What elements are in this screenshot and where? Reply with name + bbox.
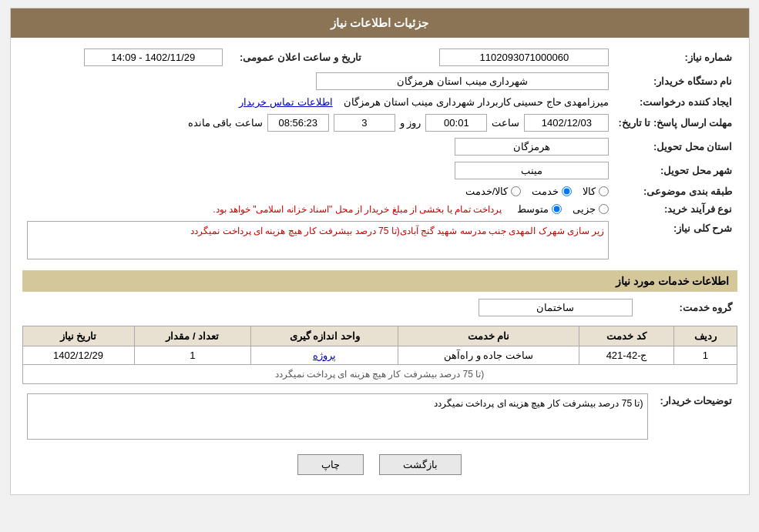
col-tedad: تعداد / مقدار	[134, 326, 251, 346]
mohlat-remaining-label: ساعت باقی مانده	[188, 117, 263, 129]
shahr-label: شهر محل تحویل:	[613, 159, 737, 182]
tabaqe-radio-kala-khadamat[interactable]	[511, 186, 521, 196]
tafsilat-cell: (تا 75 درصد بیشرفت کار هیچ هزینه ای پردا…	[22, 365, 737, 384]
page-header: جزئیات اطلاعات نیاز	[11, 8, 749, 38]
table-row: 1 ج-42-421 ساخت جاده و راه‌آهن پروژه 1 1…	[22, 346, 737, 365]
noefrayand-note: پرداخت تمام یا بخشی از مبلغ خریدار از مح…	[213, 204, 502, 215]
sharh-text: زیر سازی شهرک المهدی جنب مدرسه شهید گنج …	[190, 226, 604, 236]
cell-unit[interactable]: پروژه	[251, 346, 398, 365]
button-row: بازگشت چاپ	[22, 454, 737, 487]
shomare-niaz-value: 1102093071000060	[366, 45, 614, 69]
noefrayand-jozi: جزیی	[573, 203, 609, 215]
page-container: جزئیات اطلاعات نیاز شماره نیاز: 11020930…	[10, 8, 750, 495]
mohlat-saat-input: 00:01	[425, 114, 487, 132]
content-area: شماره نیاز: 1102093071000060 تاریخ و ساع…	[11, 38, 749, 494]
mohlat-roz-input: 3	[334, 114, 395, 132]
shahr-input: مینب	[455, 162, 609, 179]
ijad-label: ایجاد کننده درخواست:	[613, 93, 737, 111]
tabaqe-khadamat-label: خدمت	[532, 186, 559, 197]
mohlat-label: مهلت ارسال پاسخ: تا تاریخ:	[613, 111, 737, 135]
services-table: ردیف کد خدمت نام خدمت واحد اندازه گیری ت…	[22, 326, 737, 384]
mohlat-value: 1402/12/03 ساعت 00:01 روز و 3 08:56:23 س…	[22, 111, 614, 135]
tabaqe-value: کالا خدمت کالا/خدمت	[22, 182, 614, 200]
ostan-input: هرمزگان	[455, 138, 609, 156]
mohlat-date-input: 1402/12/03	[524, 114, 609, 132]
shahr-value: مینب	[22, 159, 614, 182]
back-button[interactable]: بازگشت	[379, 454, 462, 475]
ostan-value: هرمزگان	[22, 135, 614, 159]
sharh-label: شرح کلی نیاز:	[613, 218, 737, 263]
taarekh-aalan-value: 1402/11/29 - 14:09	[22, 45, 227, 69]
shomare-niaz-input: 1102093071000060	[439, 49, 609, 66]
khadamat-header: اطلاعات خدمات مورد نیاز	[22, 270, 737, 292]
tabaqe-khadamat: خدمت	[532, 186, 572, 197]
noefrayand-jozi-label: جزیی	[573, 203, 596, 215]
noefrayand-motevaset-label: متوسط	[517, 203, 549, 215]
tabaqe-kala: کالا	[583, 186, 609, 197]
col-code: کد خدمت	[579, 326, 673, 346]
taarekh-aalan-input: 1402/11/29 - 14:09	[84, 49, 223, 66]
nam-dastgah-value: شهرداری مینب استان هرمزگان	[22, 69, 614, 93]
gorohe-khadamat-input: ساختمان	[479, 299, 633, 316]
mohlat-roz-label: روز و	[400, 117, 421, 129]
cell-tedad: 1	[134, 346, 251, 365]
col-radif: ردیف	[674, 326, 737, 346]
tabaqe-label: طبقه بندی موضوعی:	[613, 182, 737, 200]
cell-date: 1402/12/29	[22, 346, 134, 365]
nam-dastgah-input: شهرداری مینب استان هرمزگان	[316, 72, 609, 90]
noefrayand-motevaset: متوسط	[517, 203, 562, 215]
mohlat-saat-label: ساعت	[492, 117, 519, 129]
tafsilat-text: (تا 75 درصد بیشرفت کار هیچ هزینه ای پردا…	[434, 398, 643, 409]
ijad-link[interactable]: اطلاعات تماس خریدار	[239, 96, 332, 108]
ijad-text: میرزامهدی حاج حسینی کاربردار شهرداری مین…	[344, 96, 609, 108]
col-date: تاریخ نیاز	[22, 326, 134, 346]
noefrayand-label: نوع فرآیند خرید:	[613, 200, 737, 218]
col-name: نام خدمت	[398, 326, 579, 346]
ostan-label: استان محل تحویل:	[613, 135, 737, 159]
tafsilat-label: توضیحات خریدار:	[653, 390, 737, 443]
shomare-niaz-label: شماره نیاز:	[613, 45, 737, 69]
page-title: جزئیات اطلاعات نیاز	[331, 16, 428, 29]
tabaqe-kala-khadamat: کالا/خدمت	[465, 186, 522, 197]
sharh-box: زیر سازی شهرک المهدی جنب مدرسه شهید گنج …	[27, 221, 610, 259]
cell-code: ج-42-421	[579, 346, 673, 365]
tabaqe-kala-label: کالا	[583, 186, 596, 197]
tafsilat-box: (تا 75 درصد بیشرفت کار هیچ هزینه ای پردا…	[27, 393, 648, 440]
taarekh-aalan-label: تاریخ و ساعت اعلان عمومی:	[227, 45, 366, 69]
gorohe-khadamat-value: ساختمان	[22, 296, 637, 320]
tabaqe-kala-khadamat-label: کالا/خدمت	[465, 186, 509, 197]
tabaqe-radio-khadamat[interactable]	[562, 186, 572, 196]
sharh-value: زیر سازی شهرک المهدی جنب مدرسه شهید گنج …	[22, 218, 614, 263]
nam-dastgah-label: نام دستگاه خریدار:	[613, 69, 737, 93]
noefrayand-radio-jozi[interactable]	[599, 204, 609, 214]
gorohe-khadamat-label: گروه خدمت:	[637, 296, 737, 320]
col-unit: واحد اندازه گیری	[251, 326, 398, 346]
khadamat-info-table: گروه خدمت: ساختمان	[22, 296, 737, 320]
tafsilat-row: (تا 75 درصد بیشرفت کار هیچ هزینه ای پردا…	[22, 365, 737, 384]
cell-name: ساخت جاده و راه‌آهن	[398, 346, 579, 365]
print-button[interactable]: چاپ	[297, 454, 364, 475]
mohlat-remaining-input: 08:56:23	[267, 114, 329, 132]
tafsilat-table: توضیحات خریدار: (تا 75 درصد بیشرفت کار ه…	[22, 390, 737, 443]
cell-radif: 1	[674, 346, 737, 365]
ijad-value: میرزامهدی حاج حسینی کاربردار شهرداری مین…	[22, 93, 614, 111]
noefrayand-value: جزیی متوسط پرداخت تمام یا بخشی از مبلغ خ…	[22, 200, 614, 218]
tabaqe-radio-kala[interactable]	[599, 186, 609, 196]
main-info-table: شماره نیاز: 1102093071000060 تاریخ و ساع…	[22, 45, 737, 263]
tafsilat-value-cell: (تا 75 درصد بیشرفت کار هیچ هزینه ای پردا…	[22, 390, 653, 443]
noefrayand-radio-motevaset[interactable]	[552, 204, 562, 214]
